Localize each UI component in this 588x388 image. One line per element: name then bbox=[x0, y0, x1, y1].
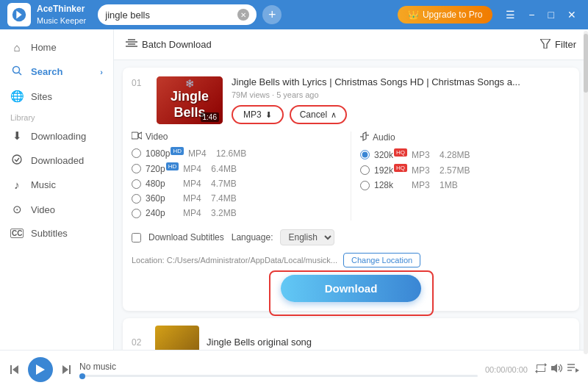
prev-button[interactable] bbox=[9, 364, 21, 376]
search-input-wrap: ✕ bbox=[98, 4, 257, 25]
result-stats-1: 79M views · 5 years ago bbox=[232, 90, 570, 99]
svg-point-3 bbox=[12, 155, 21, 164]
svg-point-1 bbox=[13, 67, 20, 73]
audio-radio-320k[interactable] bbox=[360, 150, 370, 159]
svg-rect-17 bbox=[69, 365, 71, 374]
video-row-240p[interactable]: 240p MP4 3.2MB bbox=[132, 206, 342, 220]
sidebar-item-downloaded[interactable]: Downloaded bbox=[0, 148, 113, 173]
search-clear-button[interactable]: ✕ bbox=[237, 9, 249, 21]
subtitles-icon: CC bbox=[10, 229, 24, 238]
sidebar-item-subtitles[interactable]: CC Subtitles bbox=[0, 222, 113, 245]
player-time: 00:00/00:00 bbox=[485, 365, 528, 374]
sidebar-item-label: Downloaded bbox=[31, 155, 84, 166]
result-card-1: 01 ❄️ JingleBells 1:46 Jingle Bells with… bbox=[123, 68, 579, 311]
sidebar-item-label: Music bbox=[31, 179, 56, 190]
crown-icon: 👑 bbox=[408, 10, 419, 20]
globe-icon: 🌐 bbox=[10, 90, 24, 103]
audio-col-header: Audio bbox=[360, 132, 570, 143]
download-button[interactable]: Download bbox=[281, 275, 422, 302]
music-icon: ♪ bbox=[10, 179, 24, 191]
result-thumbnail-1: ❄️ JingleBells 1:46 bbox=[157, 76, 223, 124]
check-circle-icon bbox=[10, 154, 24, 167]
audio-row-192k[interactable]: 192kHQ MP3 2.57MB bbox=[360, 162, 570, 178]
video-row-360p[interactable]: 360p MP4 7.4MB bbox=[132, 191, 342, 206]
search-input[interactable] bbox=[105, 10, 237, 21]
audio-icon-small bbox=[360, 132, 369, 143]
list-icon bbox=[126, 38, 137, 51]
play-button[interactable] bbox=[28, 357, 53, 382]
audio-radio-192k[interactable] bbox=[360, 165, 370, 175]
duration-badge: 1:46 bbox=[201, 112, 219, 122]
video-row-480p[interactable]: 480p MP4 4.7MB bbox=[132, 176, 342, 191]
result-meta-1: Jingle Bells with Lyrics | Christmas Son… bbox=[232, 76, 570, 124]
next-button[interactable] bbox=[60, 364, 72, 376]
content-top-bar: Batch Download Filter bbox=[114, 29, 588, 60]
subtitle-label: Download Subtitles bbox=[148, 232, 224, 242]
result-number: 01 bbox=[132, 76, 146, 88]
subtitle-row: Download Subtitles Language: English bbox=[132, 226, 570, 248]
svg-rect-9 bbox=[132, 132, 138, 139]
minimize-button[interactable]: − bbox=[524, 7, 539, 22]
video-row-1080p[interactable]: 1080pHD MP4 12.6MB bbox=[132, 146, 342, 161]
sidebar-item-label: Downloading bbox=[31, 131, 86, 142]
video-radio-480p[interactable] bbox=[132, 179, 141, 189]
sidebar-item-search[interactable]: Search › bbox=[0, 60, 113, 84]
sidebar-item-music[interactable]: ♪ Music bbox=[0, 173, 113, 197]
sidebar-item-home[interactable]: ⌂ Home bbox=[0, 35, 113, 60]
svg-marker-22 bbox=[576, 368, 579, 373]
menu-button[interactable]: ☰ bbox=[501, 7, 520, 22]
result-header-1: 01 ❄️ JingleBells 1:46 Jingle Bells with… bbox=[132, 76, 570, 124]
track-name: No music bbox=[79, 362, 478, 372]
chevron-right-icon: › bbox=[100, 68, 103, 76]
filter-button[interactable]: Filter bbox=[540, 39, 576, 51]
batch-download-button[interactable]: Batch Download bbox=[126, 38, 212, 51]
add-tab-button[interactable]: + bbox=[262, 5, 282, 24]
language-label: Language: bbox=[232, 232, 273, 242]
player-progress-bar[interactable] bbox=[79, 375, 478, 377]
audio-row-320k[interactable]: 320kHQ MP3 4.28MB bbox=[360, 147, 570, 162]
svg-marker-15 bbox=[36, 364, 45, 375]
sidebar-item-label: Video bbox=[31, 204, 55, 215]
video-icon-small bbox=[132, 132, 142, 142]
audio-radio-128k[interactable] bbox=[360, 181, 370, 190]
svg-line-2 bbox=[19, 73, 22, 76]
video-radio-240p[interactable] bbox=[132, 209, 141, 218]
language-select[interactable]: English bbox=[280, 229, 334, 245]
mp3-download-button[interactable]: MP3 ⬇ bbox=[232, 105, 284, 124]
scrollbar[interactable] bbox=[584, 31, 588, 350]
upgrade-button[interactable]: 👑 Upgrade to Pro bbox=[398, 6, 492, 24]
close-button[interactable]: ✕ bbox=[563, 7, 581, 22]
home-icon: ⌂ bbox=[10, 41, 24, 54]
sidebar-item-downloading[interactable]: ⬇ Downloading bbox=[0, 123, 113, 148]
change-location-button[interactable]: Change Location bbox=[343, 253, 420, 267]
player-right-controls bbox=[535, 363, 579, 376]
svg-marker-8 bbox=[540, 39, 551, 48]
playlist-button[interactable] bbox=[567, 363, 579, 376]
title-controls: ☰ − □ ✕ bbox=[501, 7, 581, 22]
maximize-button[interactable]: □ bbox=[544, 7, 559, 22]
main-layout: ⌂ Home Search › 🌐 Sites Library ⬇ Downlo… bbox=[0, 29, 588, 350]
sidebar-item-label: Sites bbox=[31, 91, 52, 102]
svg-marker-18 bbox=[551, 364, 557, 373]
scrollbar-thumb[interactable] bbox=[584, 34, 588, 93]
repeat-button[interactable] bbox=[535, 363, 547, 376]
sidebar-item-sites[interactable]: 🌐 Sites bbox=[0, 84, 113, 109]
sidebar-item-video[interactable]: ⊙ Video bbox=[0, 197, 113, 222]
subtitle-checkbox[interactable] bbox=[132, 233, 141, 242]
search-bar-container: ✕ + bbox=[98, 4, 386, 25]
video-radio-720p[interactable] bbox=[132, 164, 141, 173]
video-radio-1080p[interactable] bbox=[132, 148, 141, 158]
video-radio-360p[interactable] bbox=[132, 194, 141, 204]
svg-marker-16 bbox=[62, 365, 68, 374]
search-icon bbox=[10, 65, 24, 78]
cancel-button[interactable]: Cancel ∧ bbox=[290, 105, 347, 124]
library-section-label: Library bbox=[0, 109, 113, 123]
video-row-720p[interactable]: 720pHD MP4 6.4MB bbox=[132, 161, 342, 176]
volume-button[interactable] bbox=[551, 363, 563, 376]
audio-row-128k[interactable]: 128k MP3 1MB bbox=[360, 178, 570, 193]
result-thumbnail-2 bbox=[155, 326, 199, 350]
video-col-header: Video bbox=[132, 132, 342, 142]
bottom-player: No music 00:00/00:00 bbox=[0, 350, 588, 388]
sidebar-item-label: Home bbox=[31, 42, 57, 53]
audio-format-col: Audio 320kHQ MP3 4.28MB 192kHQ bbox=[360, 132, 570, 220]
